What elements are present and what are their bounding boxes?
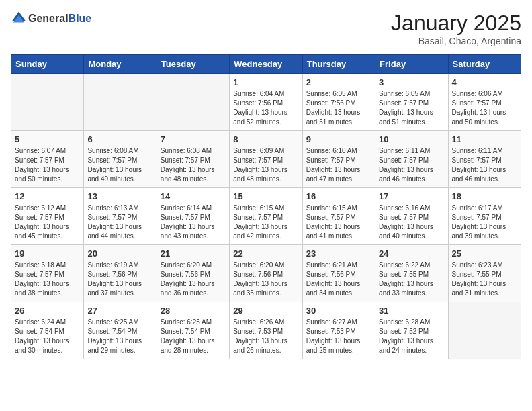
day-info: Sunrise: 6:28 AM Sunset: 7:52 PM Dayligh…	[379, 318, 444, 355]
week-row-4: 19Sunrise: 6:18 AM Sunset: 7:57 PM Dayli…	[11, 245, 521, 302]
day-info: Sunrise: 6:12 AM Sunset: 7:57 PM Dayligh…	[15, 203, 80, 241]
calendar-cell: 21Sunrise: 6:20 AM Sunset: 7:56 PM Dayli…	[157, 245, 229, 302]
day-number: 15	[233, 191, 298, 201]
calendar-cell: 8Sunrise: 6:09 AM Sunset: 7:57 PM Daylig…	[230, 131, 302, 188]
day-info: Sunrise: 6:15 AM Sunset: 7:57 PM Dayligh…	[233, 203, 298, 241]
day-info: Sunrise: 6:05 AM Sunset: 7:56 PM Dayligh…	[306, 89, 371, 127]
day-number: 30	[306, 306, 371, 316]
week-row-1: 1Sunrise: 6:04 AM Sunset: 7:56 PM Daylig…	[11, 74, 521, 131]
calendar-cell: 26Sunrise: 6:24 AM Sunset: 7:54 PM Dayli…	[11, 302, 84, 359]
day-number: 3	[379, 77, 444, 87]
calendar-cell	[448, 302, 521, 359]
calendar-cell: 15Sunrise: 6:15 AM Sunset: 7:57 PM Dayli…	[230, 188, 302, 245]
day-info: Sunrise: 6:23 AM Sunset: 7:55 PM Dayligh…	[452, 261, 517, 298]
calendar-cell: 24Sunrise: 6:22 AM Sunset: 7:55 PM Dayli…	[375, 245, 448, 302]
calendar-cell: 22Sunrise: 6:20 AM Sunset: 7:56 PM Dayli…	[230, 245, 302, 302]
day-number: 28	[161, 306, 226, 316]
calendar-cell: 28Sunrise: 6:25 AM Sunset: 7:54 PM Dayli…	[157, 302, 229, 359]
calendar-cell: 23Sunrise: 6:21 AM Sunset: 7:56 PM Dayli…	[302, 245, 375, 302]
day-number: 7	[161, 134, 226, 144]
day-info: Sunrise: 6:25 AM Sunset: 7:54 PM Dayligh…	[161, 318, 226, 355]
weekday-header-sunday: Sunday	[11, 55, 84, 74]
day-number: 4	[452, 77, 517, 87]
day-info: Sunrise: 6:18 AM Sunset: 7:57 PM Dayligh…	[15, 261, 80, 298]
day-info: Sunrise: 6:13 AM Sunset: 7:57 PM Dayligh…	[87, 203, 152, 241]
day-number: 6	[87, 134, 152, 144]
weekday-header-row: SundayMondayTuesdayWednesdayThursdayFrid…	[11, 55, 521, 74]
day-number: 16	[306, 191, 371, 201]
calendar-cell: 17Sunrise: 6:16 AM Sunset: 7:57 PM Dayli…	[375, 188, 448, 245]
calendar-cell: 16Sunrise: 6:15 AM Sunset: 7:57 PM Dayli…	[302, 188, 375, 245]
day-info: Sunrise: 6:26 AM Sunset: 7:53 PM Dayligh…	[233, 318, 298, 355]
calendar-cell: 29Sunrise: 6:26 AM Sunset: 7:53 PM Dayli…	[230, 302, 302, 359]
calendar-cell: 9Sunrise: 6:10 AM Sunset: 7:57 PM Daylig…	[302, 131, 375, 188]
calendar-cell: 2Sunrise: 6:05 AM Sunset: 7:56 PM Daylig…	[302, 74, 375, 131]
day-info: Sunrise: 6:11 AM Sunset: 7:57 PM Dayligh…	[452, 146, 517, 184]
calendar-cell: 13Sunrise: 6:13 AM Sunset: 7:57 PM Dayli…	[84, 188, 157, 245]
weekday-header-monday: Monday	[84, 55, 157, 74]
day-info: Sunrise: 6:08 AM Sunset: 7:57 PM Dayligh…	[87, 146, 152, 184]
day-number: 23	[306, 248, 371, 259]
calendar-cell: 6Sunrise: 6:08 AM Sunset: 7:57 PM Daylig…	[84, 131, 157, 188]
calendar-cell	[11, 74, 84, 131]
calendar-cell: 14Sunrise: 6:14 AM Sunset: 7:57 PM Dayli…	[157, 188, 229, 245]
calendar-cell: 12Sunrise: 6:12 AM Sunset: 7:57 PM Dayli…	[11, 188, 84, 245]
day-number: 19	[15, 248, 80, 259]
day-number: 5	[15, 134, 80, 144]
day-info: Sunrise: 6:17 AM Sunset: 7:57 PM Dayligh…	[452, 203, 517, 241]
calendar-table: SundayMondayTuesdayWednesdayThursdayFrid…	[11, 54, 521, 359]
calendar-cell	[84, 74, 157, 131]
day-number: 18	[452, 191, 517, 201]
calendar-cell: 20Sunrise: 6:19 AM Sunset: 7:56 PM Dayli…	[84, 245, 157, 302]
page-header: GeneralBlue January 2025 Basail, Chaco, …	[11, 11, 521, 46]
title-block: January 2025 Basail, Chaco, Argentina	[391, 11, 521, 46]
weekday-header-saturday: Saturday	[448, 55, 521, 74]
calendar-cell: 1Sunrise: 6:04 AM Sunset: 7:56 PM Daylig…	[230, 74, 302, 131]
day-info: Sunrise: 6:25 AM Sunset: 7:54 PM Dayligh…	[87, 318, 152, 355]
calendar-cell: 5Sunrise: 6:07 AM Sunset: 7:57 PM Daylig…	[11, 131, 84, 188]
calendar-cell: 4Sunrise: 6:06 AM Sunset: 7:57 PM Daylig…	[448, 74, 521, 131]
day-info: Sunrise: 6:11 AM Sunset: 7:57 PM Dayligh…	[379, 146, 444, 184]
weekday-header-tuesday: Tuesday	[157, 55, 229, 74]
day-info: Sunrise: 6:06 AM Sunset: 7:57 PM Dayligh…	[452, 89, 517, 127]
day-number: 2	[306, 77, 371, 87]
day-info: Sunrise: 6:24 AM Sunset: 7:54 PM Dayligh…	[15, 318, 80, 355]
location-subtitle: Basail, Chaco, Argentina	[391, 36, 521, 46]
calendar-cell	[157, 74, 229, 131]
logo-blue: Blue	[69, 13, 92, 24]
day-info: Sunrise: 6:10 AM Sunset: 7:57 PM Dayligh…	[306, 146, 371, 184]
day-info: Sunrise: 6:09 AM Sunset: 7:57 PM Dayligh…	[233, 146, 298, 184]
day-number: 27	[87, 306, 152, 316]
day-number: 25	[452, 248, 517, 259]
day-number: 12	[15, 191, 80, 201]
logo-icon	[11, 11, 27, 27]
weekday-header-wednesday: Wednesday	[230, 55, 302, 74]
day-info: Sunrise: 6:04 AM Sunset: 7:56 PM Dayligh…	[233, 89, 298, 127]
day-info: Sunrise: 6:27 AM Sunset: 7:53 PM Dayligh…	[306, 318, 371, 355]
day-info: Sunrise: 6:20 AM Sunset: 7:56 PM Dayligh…	[233, 261, 298, 298]
day-number: 24	[379, 248, 444, 259]
day-number: 26	[15, 306, 80, 316]
logo: GeneralBlue	[11, 11, 91, 27]
day-number: 11	[452, 134, 517, 144]
calendar-cell: 31Sunrise: 6:28 AM Sunset: 7:52 PM Dayli…	[375, 302, 448, 359]
day-number: 29	[233, 306, 298, 316]
calendar-cell: 10Sunrise: 6:11 AM Sunset: 7:57 PM Dayli…	[375, 131, 448, 188]
calendar-cell: 27Sunrise: 6:25 AM Sunset: 7:54 PM Dayli…	[84, 302, 157, 359]
day-info: Sunrise: 6:15 AM Sunset: 7:57 PM Dayligh…	[306, 203, 371, 241]
day-info: Sunrise: 6:07 AM Sunset: 7:57 PM Dayligh…	[15, 146, 80, 184]
weekday-header-friday: Friday	[375, 55, 448, 74]
weekday-header-thursday: Thursday	[302, 55, 375, 74]
week-row-2: 5Sunrise: 6:07 AM Sunset: 7:57 PM Daylig…	[11, 131, 521, 188]
day-info: Sunrise: 6:21 AM Sunset: 7:56 PM Dayligh…	[306, 261, 371, 298]
day-number: 9	[306, 134, 371, 144]
calendar-cell: 19Sunrise: 6:18 AM Sunset: 7:57 PM Dayli…	[11, 245, 84, 302]
calendar-cell: 3Sunrise: 6:05 AM Sunset: 7:57 PM Daylig…	[375, 74, 448, 131]
day-number: 31	[379, 306, 444, 316]
day-info: Sunrise: 6:22 AM Sunset: 7:55 PM Dayligh…	[379, 261, 444, 298]
day-info: Sunrise: 6:14 AM Sunset: 7:57 PM Dayligh…	[161, 203, 226, 241]
week-row-3: 12Sunrise: 6:12 AM Sunset: 7:57 PM Dayli…	[11, 188, 521, 245]
day-number: 17	[379, 191, 444, 201]
day-info: Sunrise: 6:05 AM Sunset: 7:57 PM Dayligh…	[379, 89, 444, 127]
month-year-title: January 2025	[391, 11, 521, 36]
